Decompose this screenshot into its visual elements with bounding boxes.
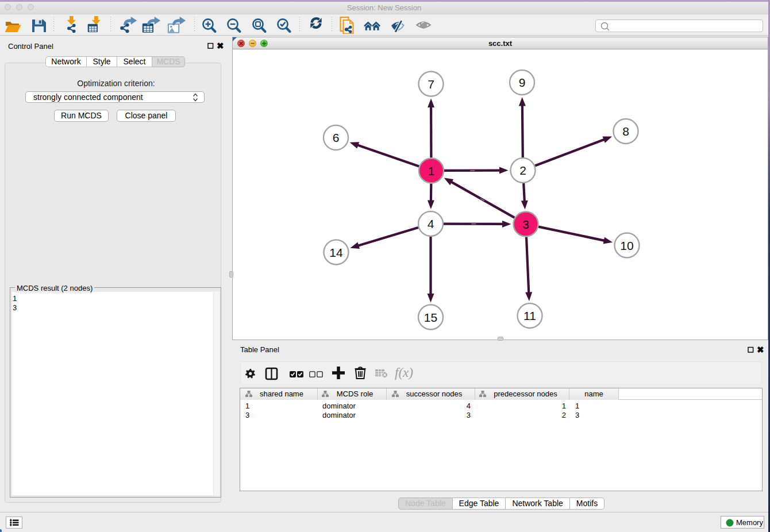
svg-text:7: 7	[428, 78, 434, 91]
svg-text:2: 2	[519, 164, 526, 177]
svg-text:6: 6	[333, 131, 340, 144]
svg-text:14: 14	[329, 246, 343, 259]
svg-text:1: 1	[428, 164, 435, 178]
svg-text:11: 11	[523, 309, 536, 322]
svg-text:4: 4	[428, 217, 434, 230]
svg-text:15: 15	[424, 311, 437, 324]
svg-text:10: 10	[620, 239, 633, 252]
svg-text:9: 9	[519, 76, 526, 89]
svg-text:3: 3	[522, 218, 529, 231]
svg-text:8: 8	[622, 125, 629, 138]
